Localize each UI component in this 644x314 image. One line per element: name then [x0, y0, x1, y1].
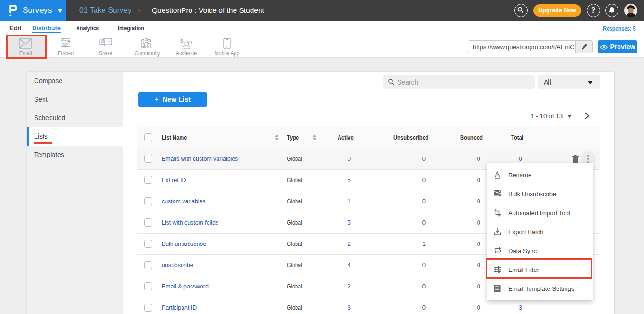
svg-text:$: $ — [180, 38, 184, 44]
